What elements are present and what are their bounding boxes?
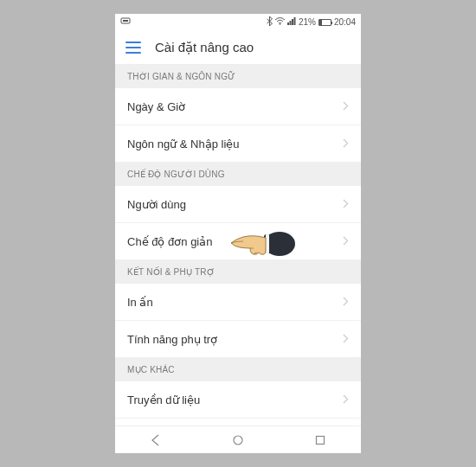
section-header-other: MỤC KHÁC [115,358,361,381]
svg-point-7 [234,436,242,445]
chevron-right-icon [343,331,349,347]
item-label: Ngày & Giờ [127,100,185,113]
item-data-transfer[interactable]: Truyền dữ liệu [115,381,361,419]
item-backup-reset[interactable]: Sao lưu và Thiết lập lại [115,419,361,425]
section-header-user-mode: CHẾ ĐỘ NGƯỜI DÙNG [115,163,361,186]
svg-rect-1 [123,20,128,22]
svg-rect-3 [287,22,289,25]
item-date-time[interactable]: Ngày & Giờ [115,88,361,125]
item-label: Ngôn ngữ & Nhập liệu [127,138,240,150]
battery-pct: 21% [299,17,316,27]
section-header-connect-assist: KẾT NỐI & PHỤ TRỢ [115,260,361,284]
battery-icon [318,19,331,26]
menu-icon[interactable] [125,42,141,54]
cast-icon [120,17,131,28]
back-button[interactable] [150,434,162,446]
item-accessibility[interactable]: Tính năng phụ trợ [115,321,361,358]
item-language-input[interactable]: Ngôn ngữ & Nhập liệu [115,125,361,163]
item-label: In ấn [127,296,153,309]
chevron-right-icon [343,234,349,249]
phone-frame: 21% 20:04 Cài đặt nâng cao THỜI GIAN & N… [115,14,361,453]
svg-rect-8 [316,436,324,444]
nav-bar [115,425,361,453]
app-bar: Cài đặt nâng cao [115,30,361,65]
item-label: Truyền dữ liệu [127,393,200,406]
svg-rect-4 [289,21,291,25]
item-label: Tính năng phụ trợ [127,333,217,346]
recent-button[interactable] [314,434,326,446]
page-title: Cài đặt nâng cao [155,40,254,55]
item-simple-mode[interactable]: Chế độ đơn giản [115,223,361,260]
bluetooth-icon [267,16,273,28]
svg-point-2 [280,23,281,25]
svg-rect-5 [292,19,293,25]
item-label: Chế độ đơn giản [127,235,213,248]
home-button[interactable] [232,434,244,446]
chevron-right-icon [343,196,349,212]
item-label: Người dùng [127,198,186,211]
chevron-right-icon [343,392,349,407]
settings-list: THỜI GIAN & NGÔN NGỮ Ngày & Giờ Ngôn ngữ… [115,65,361,425]
chevron-right-icon [343,294,349,310]
clock: 20:04 [334,17,356,27]
section-header-time-lang: THỜI GIAN & NGÔN NGỮ [115,65,361,88]
item-users[interactable]: Người dùng [115,186,361,223]
item-printing[interactable]: In ấn [115,284,361,321]
status-bar: 21% 20:04 [115,14,361,30]
chevron-right-icon [343,136,349,151]
chevron-right-icon [343,99,349,114]
signal-icon [287,17,296,27]
svg-rect-6 [293,17,295,25]
wifi-icon [275,17,285,27]
